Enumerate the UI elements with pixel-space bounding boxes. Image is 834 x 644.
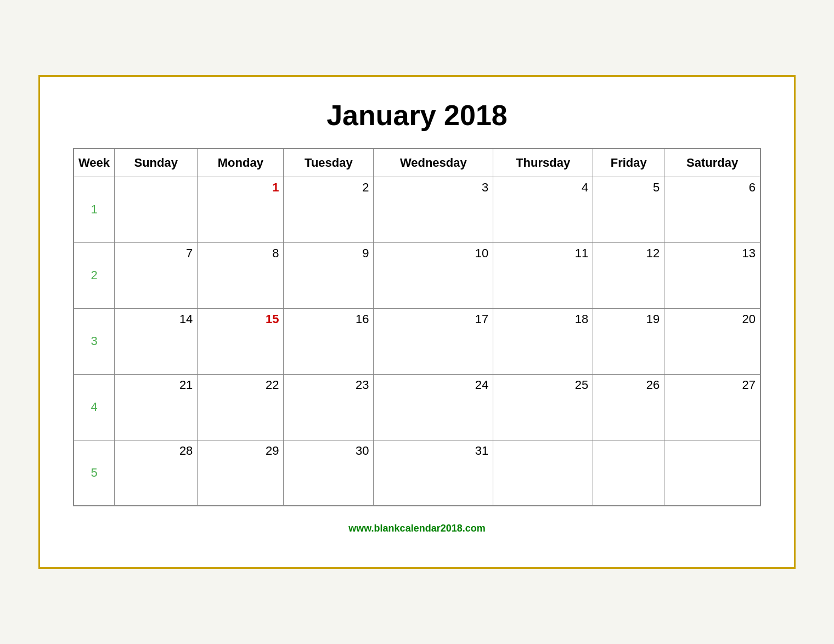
day-cell: 7	[115, 242, 198, 308]
day-cell: 18	[493, 308, 593, 374]
day-cell: 23	[284, 374, 374, 440]
calendar-table: WeekSundayMondayTuesdayWednesdayThursday…	[73, 148, 761, 507]
day-cell	[664, 440, 760, 506]
day-number: 15	[202, 312, 279, 326]
week-number: 5	[91, 466, 97, 479]
day-cell: 13	[664, 242, 760, 308]
day-number: 18	[498, 312, 588, 326]
day-cell: 12	[593, 242, 664, 308]
day-number: 10	[378, 246, 488, 261]
day-cell: 31	[374, 440, 493, 506]
day-cell: 22	[198, 374, 284, 440]
website-link[interactable]: www.blankcalendar2018.com	[348, 523, 485, 534]
day-cell: 17	[374, 308, 493, 374]
day-cell	[115, 177, 198, 242]
header-tuesday: Tuesday	[284, 149, 374, 177]
day-number: 30	[288, 444, 369, 458]
header-week: Week	[74, 149, 115, 177]
day-cell: 14	[115, 308, 198, 374]
calendar-row: 421222324252627	[74, 374, 760, 440]
day-number: 2	[288, 180, 369, 195]
day-number: 20	[669, 312, 756, 326]
day-number: 25	[498, 378, 588, 392]
week-number-cell: 5	[74, 440, 115, 506]
week-number-cell: 2	[74, 242, 115, 308]
day-number: 26	[598, 378, 660, 392]
day-number: 24	[378, 378, 488, 392]
day-cell: 5	[593, 177, 664, 242]
day-number: 28	[119, 444, 193, 458]
calendar-row: 278910111213	[74, 242, 760, 308]
header-row: WeekSundayMondayTuesdayWednesdayThursday…	[74, 149, 760, 177]
day-cell: 10	[374, 242, 493, 308]
header-wednesday: Wednesday	[374, 149, 493, 177]
footer-link[interactable]: www.blankcalendar2018.com	[73, 523, 761, 534]
header-monday: Monday	[198, 149, 284, 177]
day-cell: 15	[198, 308, 284, 374]
day-cell: 25	[493, 374, 593, 440]
calendar-page: January 2018 WeekSundayMondayTuesdayWedn…	[38, 75, 796, 569]
day-number: 23	[288, 378, 369, 392]
header-thursday: Thursday	[493, 149, 593, 177]
header-saturday: Saturday	[664, 149, 760, 177]
day-cell: 3	[374, 177, 493, 242]
day-number: 6	[669, 180, 756, 195]
calendar-row: 314151617181920	[74, 308, 760, 374]
day-number: 16	[288, 312, 369, 326]
calendar-row: 528293031	[74, 440, 760, 506]
day-cell: 9	[284, 242, 374, 308]
day-number: 5	[598, 180, 660, 195]
day-number: 13	[669, 246, 756, 261]
day-number: 8	[202, 246, 279, 261]
day-number: 31	[378, 444, 488, 458]
day-cell: 29	[198, 440, 284, 506]
day-number: 4	[498, 180, 588, 195]
day-number: 19	[598, 312, 660, 326]
day-number: 1	[202, 180, 279, 195]
day-number: 7	[119, 246, 193, 261]
day-number: 11	[498, 246, 588, 261]
day-cell: 20	[664, 308, 760, 374]
day-cell: 8	[198, 242, 284, 308]
day-cell: 26	[593, 374, 664, 440]
day-number: 27	[669, 378, 756, 392]
day-number: 14	[119, 312, 193, 326]
day-cell: 16	[284, 308, 374, 374]
header-sunday: Sunday	[115, 149, 198, 177]
calendar-row: 1123456	[74, 177, 760, 242]
day-cell: 4	[493, 177, 593, 242]
week-number-cell: 3	[74, 308, 115, 374]
day-cell: 21	[115, 374, 198, 440]
week-number: 1	[91, 202, 97, 216]
day-cell	[493, 440, 593, 506]
week-number-cell: 1	[74, 177, 115, 242]
week-number: 2	[91, 268, 97, 282]
day-cell: 27	[664, 374, 760, 440]
day-cell: 6	[664, 177, 760, 242]
day-cell: 1	[198, 177, 284, 242]
day-number: 17	[378, 312, 488, 326]
week-number-cell: 4	[74, 374, 115, 440]
day-cell: 30	[284, 440, 374, 506]
day-cell: 24	[374, 374, 493, 440]
day-cell	[593, 440, 664, 506]
day-number: 9	[288, 246, 369, 261]
day-number: 3	[378, 180, 488, 195]
day-cell: 19	[593, 308, 664, 374]
day-cell: 11	[493, 242, 593, 308]
week-number: 4	[91, 400, 97, 414]
day-number: 12	[598, 246, 660, 261]
day-number: 22	[202, 378, 279, 392]
day-number: 29	[202, 444, 279, 458]
week-number: 3	[91, 334, 97, 348]
calendar-title: January 2018	[73, 99, 761, 132]
day-cell: 2	[284, 177, 374, 242]
header-friday: Friday	[593, 149, 664, 177]
day-number: 21	[119, 378, 193, 392]
day-cell: 28	[115, 440, 198, 506]
